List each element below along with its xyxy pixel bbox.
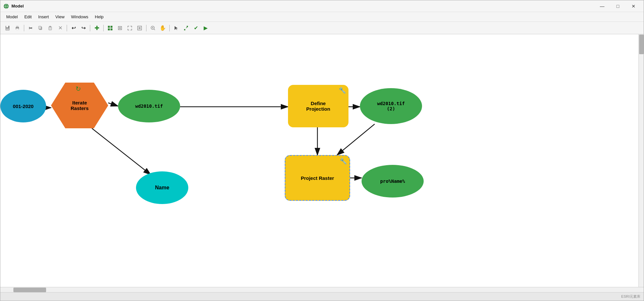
grid-button[interactable] <box>106 24 115 32</box>
close-button[interactable]: ✕ <box>626 1 641 11</box>
project-raster-node[interactable]: 🔧 Project Raster <box>285 155 350 201</box>
menu-view[interactable]: View <box>52 13 68 21</box>
scrollbar-thumb[interactable] <box>639 35 644 54</box>
svg-rect-12 <box>49 26 51 27</box>
fullscreen-button[interactable] <box>135 24 144 32</box>
vertical-scrollbar[interactable] <box>638 34 644 287</box>
menu-windows[interactable]: Windows <box>68 13 92 21</box>
canvas-area[interactable]: 001-2020 ↻ Iterate Rasters wd2010.tif 🔧 … <box>0 34 644 287</box>
menu-insert[interactable]: Insert <box>35 13 52 21</box>
pan-button[interactable]: ✋ <box>158 24 167 32</box>
horizontal-scrollbar[interactable] <box>0 287 644 292</box>
define-projection-node[interactable]: 🔧 Define Projection <box>288 85 348 127</box>
paste-button[interactable] <box>46 24 55 32</box>
svg-rect-5 <box>6 28 9 30</box>
svg-line-34 <box>92 128 151 175</box>
copy-button[interactable] <box>36 24 45 32</box>
tool-icon-define: 🔧 <box>339 87 346 94</box>
pro-name-node[interactable]: pro%Name% <box>362 165 424 198</box>
minimize-button[interactable]: — <box>595 1 610 11</box>
svg-line-36 <box>337 124 375 155</box>
svg-rect-10 <box>39 26 41 29</box>
project-raster-label: Project Raster <box>301 175 334 181</box>
validate-button[interactable]: ✔ <box>191 24 200 32</box>
fit-extent-button[interactable] <box>115 24 125 32</box>
menu-edit[interactable]: Edit <box>21 13 35 21</box>
svg-rect-4 <box>6 26 8 27</box>
svg-rect-13 <box>108 26 110 28</box>
svg-line-24 <box>154 29 155 30</box>
svg-rect-14 <box>110 26 112 28</box>
svg-line-31 <box>108 103 118 106</box>
wd2010-tif-node[interactable]: wd2010.tif <box>118 90 180 122</box>
zoom-in-button[interactable] <box>148 24 158 32</box>
svg-rect-15 <box>108 28 110 30</box>
svg-rect-20 <box>139 27 141 29</box>
connect-button[interactable] <box>181 24 191 32</box>
menu-help[interactable]: Help <box>92 13 107 21</box>
toolbar: ✂ ✕ ↩ ↪ ✚ ✋ <box>0 22 644 34</box>
cut-button[interactable]: ✂ <box>26 24 35 32</box>
pointer-button[interactable] <box>172 24 181 32</box>
define-projection-label: Define Projection <box>306 101 330 112</box>
h-scrollbar-thumb[interactable] <box>13 288 46 292</box>
maximize-button[interactable]: □ <box>610 1 625 11</box>
blue-ellipse-node[interactable]: 001-2020 <box>0 90 46 122</box>
menu-model[interactable]: Model <box>3 13 21 21</box>
wd2010-tif-label: wd2010.tif <box>135 103 163 109</box>
window-title: Model <box>11 4 595 8</box>
svg-line-27 <box>186 27 187 28</box>
run-button[interactable]: ▶ <box>201 24 210 32</box>
print-button[interactable] <box>13 24 22 32</box>
app-icon <box>3 3 9 9</box>
delete-button[interactable]: ✕ <box>56 24 65 32</box>
svg-rect-16 <box>110 28 112 30</box>
bottom-text: ESRI元素库 <box>621 294 640 299</box>
add-button[interactable]: ✚ <box>92 24 101 32</box>
pro-name-label: pro%Name% <box>380 179 405 184</box>
model-window: Model — □ ✕ Model Edit Insert View Windo… <box>0 0 644 301</box>
svg-marker-25 <box>175 26 178 30</box>
svg-rect-26 <box>187 26 188 27</box>
expand-button[interactable] <box>125 24 134 32</box>
bottom-bar: ESRI元素库 <box>0 292 644 301</box>
undo-button[interactable]: ↩ <box>69 24 78 32</box>
name-node[interactable]: Name <box>136 171 188 204</box>
svg-rect-11 <box>49 27 52 30</box>
menu-bar: Model Edit Insert View Windows Help <box>0 12 644 22</box>
svg-rect-7 <box>16 26 18 27</box>
window-controls: — □ ✕ <box>595 1 641 11</box>
svg-point-18 <box>119 27 121 29</box>
tool-icon-project: 🔧 <box>340 158 347 165</box>
title-bar: Model — □ ✕ <box>0 0 644 12</box>
iterate-rasters-node[interactable] <box>51 83 108 128</box>
svg-rect-8 <box>16 28 19 30</box>
redo-button[interactable]: ↪ <box>79 24 88 32</box>
blue-ellipse-label: 001-2020 <box>13 103 33 109</box>
name-label: Name <box>155 185 169 191</box>
svg-rect-28 <box>184 29 185 30</box>
save-button[interactable] <box>3 24 12 32</box>
wd2010-tif-2-label: wd2010.tif (2) <box>377 101 405 111</box>
wd2010-tif-2-node[interactable]: wd2010.tif (2) <box>360 88 422 124</box>
